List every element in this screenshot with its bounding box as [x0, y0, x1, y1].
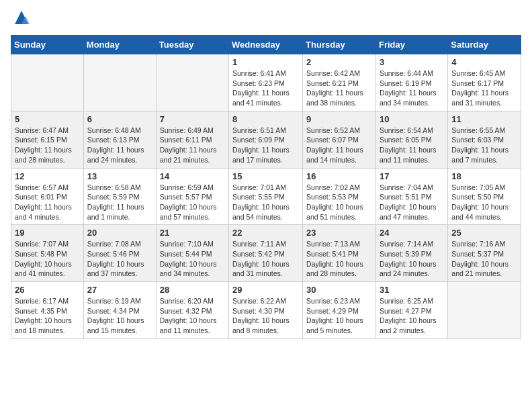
calendar-cell: 21Sunrise: 7:10 AM Sunset: 5:44 PM Dayli… — [156, 225, 228, 282]
calendar-cell: 10Sunrise: 6:54 AM Sunset: 6:05 PM Dayli… — [375, 111, 447, 168]
day-info: Sunrise: 7:07 AM Sunset: 5:48 PM Dayligh… — [15, 239, 80, 279]
day-number: 30 — [306, 285, 372, 295]
day-number: 8 — [232, 114, 299, 124]
day-number: 9 — [306, 114, 372, 124]
calendar-cell: 28Sunrise: 6:20 AM Sunset: 4:32 PM Dayli… — [156, 282, 228, 339]
day-info: Sunrise: 6:44 AM Sunset: 6:19 PM Dayligh… — [380, 68, 444, 108]
calendar-cell: 27Sunrise: 6:19 AM Sunset: 4:34 PM Dayli… — [83, 282, 156, 339]
day-info: Sunrise: 6:45 AM Sunset: 6:17 PM Dayligh… — [451, 68, 517, 108]
calendar-week-row: 12Sunrise: 6:57 AM Sunset: 6:01 PM Dayli… — [11, 168, 521, 225]
day-info: Sunrise: 6:19 AM Sunset: 4:34 PM Dayligh… — [87, 296, 152, 336]
day-number: 20 — [87, 228, 152, 238]
calendar-cell: 2Sunrise: 6:42 AM Sunset: 6:21 PM Daylig… — [303, 54, 376, 111]
day-info: Sunrise: 7:14 AM Sunset: 5:39 PM Dayligh… — [380, 239, 444, 279]
day-info: Sunrise: 7:16 AM Sunset: 5:37 PM Dayligh… — [451, 239, 517, 279]
day-info: Sunrise: 6:52 AM Sunset: 6:07 PM Dayligh… — [306, 126, 372, 165]
day-info: Sunrise: 6:54 AM Sunset: 6:05 PM Dayligh… — [380, 126, 444, 165]
calendar-cell: 9Sunrise: 6:52 AM Sunset: 6:07 PM Daylig… — [303, 111, 376, 168]
calendar-col-header: Sunday — [11, 36, 84, 54]
day-number: 19 — [15, 228, 80, 238]
calendar-cell: 20Sunrise: 7:08 AM Sunset: 5:46 PM Dayli… — [83, 225, 156, 282]
day-info: Sunrise: 6:23 AM Sunset: 4:29 PM Dayligh… — [306, 296, 372, 336]
calendar-cell: 14Sunrise: 6:59 AM Sunset: 5:57 PM Dayli… — [156, 168, 228, 225]
day-info: Sunrise: 7:05 AM Sunset: 5:50 PM Dayligh… — [451, 183, 517, 222]
day-number: 2 — [306, 57, 372, 67]
calendar-col-header: Friday — [375, 36, 447, 54]
day-info: Sunrise: 6:47 AM Sunset: 6:15 PM Dayligh… — [15, 126, 80, 165]
calendar-cell: 25Sunrise: 7:16 AM Sunset: 5:37 PM Dayli… — [448, 225, 521, 282]
day-number: 25 — [451, 228, 517, 238]
calendar-table: SundayMondayTuesdayWednesdayThursdayFrid… — [11, 35, 521, 339]
day-number: 1 — [232, 57, 299, 67]
calendar-cell: 31Sunrise: 6:25 AM Sunset: 4:27 PM Dayli… — [375, 282, 447, 339]
calendar-week-row: 5Sunrise: 6:47 AM Sunset: 6:15 PM Daylig… — [11, 111, 521, 168]
day-number: 24 — [380, 228, 444, 238]
calendar-cell: 29Sunrise: 6:22 AM Sunset: 4:30 PM Dayli… — [229, 282, 303, 339]
day-number: 3 — [380, 57, 444, 67]
calendar-cell — [11, 54, 84, 111]
calendar-cell: 16Sunrise: 7:02 AM Sunset: 5:53 PM Dayli… — [303, 168, 376, 225]
calendar-col-header: Wednesday — [229, 36, 303, 54]
calendar-cell: 23Sunrise: 7:13 AM Sunset: 5:41 PM Dayli… — [303, 225, 376, 282]
day-number: 18 — [451, 171, 517, 181]
calendar-cell: 24Sunrise: 7:14 AM Sunset: 5:39 PM Dayli… — [375, 225, 447, 282]
day-number: 21 — [160, 228, 225, 238]
calendar-cell: 12Sunrise: 6:57 AM Sunset: 6:01 PM Dayli… — [11, 168, 84, 225]
day-number: 6 — [87, 114, 152, 124]
calendar-cell: 6Sunrise: 6:48 AM Sunset: 6:13 PM Daylig… — [83, 111, 156, 168]
day-number: 12 — [15, 171, 80, 181]
calendar-cell: 5Sunrise: 6:47 AM Sunset: 6:15 PM Daylig… — [11, 111, 84, 168]
day-number: 22 — [232, 228, 299, 238]
calendar-header-row: SundayMondayTuesdayWednesdayThursdayFrid… — [11, 36, 521, 54]
calendar-col-header: Saturday — [448, 36, 521, 54]
day-number: 10 — [380, 114, 444, 124]
calendar-cell — [448, 282, 521, 339]
calendar-cell: 4Sunrise: 6:45 AM Sunset: 6:17 PM Daylig… — [448, 54, 521, 111]
day-info: Sunrise: 7:02 AM Sunset: 5:53 PM Dayligh… — [306, 183, 372, 222]
calendar-week-row: 19Sunrise: 7:07 AM Sunset: 5:48 PM Dayli… — [11, 225, 521, 282]
day-info: Sunrise: 6:42 AM Sunset: 6:21 PM Dayligh… — [306, 68, 372, 108]
day-number: 13 — [87, 171, 152, 181]
day-info: Sunrise: 6:25 AM Sunset: 4:27 PM Dayligh… — [380, 296, 444, 336]
day-number: 5 — [15, 114, 80, 124]
day-info: Sunrise: 7:13 AM Sunset: 5:41 PM Dayligh… — [306, 239, 372, 279]
day-number: 11 — [451, 114, 517, 124]
day-info: Sunrise: 6:20 AM Sunset: 4:32 PM Dayligh… — [160, 296, 225, 336]
day-number: 15 — [232, 171, 299, 181]
calendar-cell: 13Sunrise: 6:58 AM Sunset: 5:59 PM Dayli… — [83, 168, 156, 225]
day-info: Sunrise: 7:08 AM Sunset: 5:46 PM Dayligh… — [87, 239, 152, 279]
calendar-week-row: 26Sunrise: 6:17 AM Sunset: 4:35 PM Dayli… — [11, 282, 521, 339]
calendar-cell: 30Sunrise: 6:23 AM Sunset: 4:29 PM Dayli… — [303, 282, 376, 339]
calendar-cell: 7Sunrise: 6:49 AM Sunset: 6:11 PM Daylig… — [156, 111, 228, 168]
logo — [11, 11, 31, 27]
day-number: 28 — [160, 285, 225, 295]
day-info: Sunrise: 6:22 AM Sunset: 4:30 PM Dayligh… — [232, 296, 299, 336]
day-number: 14 — [160, 171, 225, 181]
calendar-cell: 26Sunrise: 6:17 AM Sunset: 4:35 PM Dayli… — [11, 282, 84, 339]
calendar-cell: 19Sunrise: 7:07 AM Sunset: 5:48 PM Dayli… — [11, 225, 84, 282]
day-info: Sunrise: 6:51 AM Sunset: 6:09 PM Dayligh… — [232, 126, 299, 165]
day-number: 17 — [380, 171, 444, 181]
day-info: Sunrise: 6:55 AM Sunset: 6:03 PM Dayligh… — [451, 126, 517, 165]
day-number: 16 — [306, 171, 372, 181]
day-info: Sunrise: 7:04 AM Sunset: 5:51 PM Dayligh… — [380, 183, 444, 222]
day-info: Sunrise: 7:10 AM Sunset: 5:44 PM Dayligh… — [160, 239, 225, 279]
calendar-cell: 1Sunrise: 6:41 AM Sunset: 6:23 PM Daylig… — [229, 54, 303, 111]
day-info: Sunrise: 6:58 AM Sunset: 5:59 PM Dayligh… — [87, 183, 152, 222]
day-number: 23 — [306, 228, 372, 238]
calendar-col-header: Thursday — [303, 36, 376, 54]
day-number: 26 — [15, 285, 80, 295]
day-info: Sunrise: 6:41 AM Sunset: 6:23 PM Dayligh… — [232, 68, 299, 108]
calendar-col-header: Monday — [83, 36, 156, 54]
day-info: Sunrise: 7:11 AM Sunset: 5:42 PM Dayligh… — [232, 239, 299, 279]
calendar-week-row: 1Sunrise: 6:41 AM Sunset: 6:23 PM Daylig… — [11, 54, 521, 111]
calendar-cell: 11Sunrise: 6:55 AM Sunset: 6:03 PM Dayli… — [448, 111, 521, 168]
calendar-cell: 15Sunrise: 7:01 AM Sunset: 5:55 PM Dayli… — [229, 168, 303, 225]
day-number: 27 — [87, 285, 152, 295]
day-info: Sunrise: 6:59 AM Sunset: 5:57 PM Dayligh… — [160, 183, 225, 222]
calendar-col-header: Tuesday — [156, 36, 228, 54]
day-number: 4 — [451, 57, 517, 67]
calendar-cell — [83, 54, 156, 111]
page-header — [11, 11, 521, 27]
calendar-cell — [156, 54, 228, 111]
